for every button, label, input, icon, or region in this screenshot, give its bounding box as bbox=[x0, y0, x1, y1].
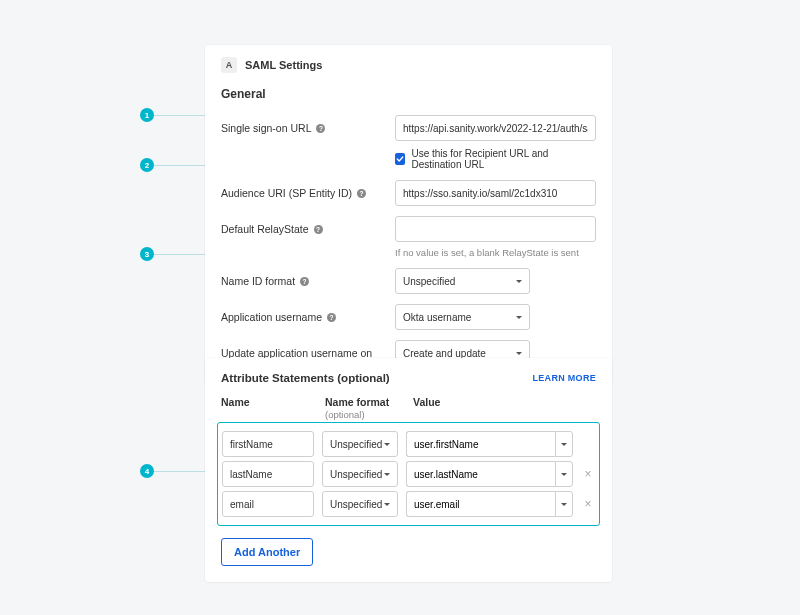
help-icon[interactable]: ? bbox=[314, 225, 323, 234]
chevron-down-icon bbox=[561, 503, 567, 506]
chevron-down-icon bbox=[516, 352, 522, 355]
section-title-attributes: Attribute Statements (optional) bbox=[221, 372, 390, 384]
attribute-row: Unspecified × bbox=[222, 461, 595, 487]
label-relaystate: Default RelayState bbox=[221, 223, 309, 235]
label-sso-url: Single sign-on URL bbox=[221, 122, 311, 134]
callout-circle: 4 bbox=[140, 464, 154, 478]
attribute-rows-group: Unspecified Unspecified × bbox=[217, 422, 600, 526]
app-badge: A bbox=[221, 57, 237, 73]
col-header-format-sub: (optional) bbox=[325, 409, 365, 420]
help-icon[interactable]: ? bbox=[300, 277, 309, 286]
select-attr-value-caret[interactable] bbox=[555, 491, 573, 517]
checkbox-recipient-url[interactable] bbox=[395, 153, 405, 165]
check-icon bbox=[396, 155, 404, 163]
input-attr-value[interactable] bbox=[406, 461, 555, 487]
remove-row-button[interactable]: × bbox=[581, 467, 595, 481]
col-header-name: Name bbox=[221, 396, 317, 420]
input-attr-value[interactable] bbox=[406, 431, 555, 457]
select-value: Unspecified bbox=[330, 469, 382, 480]
chevron-down-icon bbox=[384, 473, 390, 476]
select-attr-format[interactable]: Unspecified bbox=[322, 431, 398, 457]
add-another-button[interactable]: Add Another bbox=[221, 538, 313, 566]
panel-attribute-statements: Attribute Statements (optional) LEARN MO… bbox=[205, 358, 612, 582]
input-attr-name[interactable] bbox=[222, 461, 314, 487]
label-nameid-format: Name ID format bbox=[221, 275, 295, 287]
col-header-format: Name format bbox=[325, 396, 389, 408]
select-attr-format[interactable]: Unspecified bbox=[322, 461, 398, 487]
link-learn-more[interactable]: LEARN MORE bbox=[533, 373, 597, 383]
help-icon[interactable]: ? bbox=[316, 124, 325, 133]
checkbox-label: Use this for Recipient URL and Destinati… bbox=[411, 148, 596, 170]
help-icon[interactable]: ? bbox=[357, 189, 366, 198]
section-title-general: General bbox=[221, 87, 596, 101]
callout-circle: 2 bbox=[140, 158, 154, 172]
label-audience-uri: Audience URI (SP Entity ID) bbox=[221, 187, 352, 199]
callout-circle: 3 bbox=[140, 247, 154, 261]
chevron-down-icon bbox=[384, 503, 390, 506]
chevron-down-icon bbox=[561, 473, 567, 476]
callout-circle: 1 bbox=[140, 108, 154, 122]
select-nameid-format[interactable]: Unspecified bbox=[395, 268, 530, 294]
select-value: Unspecified bbox=[330, 499, 382, 510]
input-attr-value[interactable] bbox=[406, 491, 555, 517]
label-app-username: Application username bbox=[221, 311, 322, 323]
chevron-down-icon bbox=[384, 443, 390, 446]
panel-saml-general: A SAML Settings General Single sign-on U… bbox=[205, 45, 612, 384]
chevron-down-icon bbox=[561, 443, 567, 446]
select-app-username[interactable]: Okta username bbox=[395, 304, 530, 330]
select-value: Unspecified bbox=[403, 276, 455, 287]
input-attr-name[interactable] bbox=[222, 431, 314, 457]
remove-row-button[interactable]: × bbox=[581, 497, 595, 511]
attribute-row: Unspecified × bbox=[222, 491, 595, 517]
input-audience-uri[interactable] bbox=[395, 180, 596, 206]
select-value: Unspecified bbox=[330, 439, 382, 450]
input-attr-name[interactable] bbox=[222, 491, 314, 517]
select-attr-value-caret[interactable] bbox=[555, 431, 573, 457]
select-attr-value-caret[interactable] bbox=[555, 461, 573, 487]
col-header-value: Value bbox=[413, 396, 596, 420]
input-sso-url[interactable] bbox=[395, 115, 596, 141]
select-value: Okta username bbox=[403, 312, 471, 323]
chevron-down-icon bbox=[516, 280, 522, 283]
chevron-down-icon bbox=[516, 316, 522, 319]
attribute-row: Unspecified bbox=[222, 431, 595, 457]
input-relaystate[interactable] bbox=[395, 216, 596, 242]
select-value: Create and update bbox=[403, 348, 486, 359]
select-attr-format[interactable]: Unspecified bbox=[322, 491, 398, 517]
hint-relaystate: If no value is set, a blank RelayState i… bbox=[395, 247, 596, 258]
panel-title: SAML Settings bbox=[245, 59, 322, 71]
help-icon[interactable]: ? bbox=[327, 313, 336, 322]
